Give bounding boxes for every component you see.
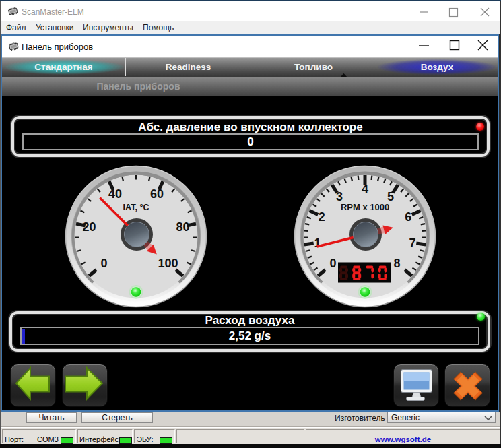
svg-text:0: 0	[100, 257, 107, 270]
svg-text:80: 80	[176, 220, 189, 234]
svg-text:20: 20	[83, 220, 96, 234]
svg-text:8: 8	[393, 257, 400, 270]
svg-text:3: 3	[336, 190, 343, 203]
svg-text:1: 1	[314, 236, 321, 250]
svg-text:40: 40	[108, 187, 122, 201]
svg-text:5: 5	[387, 190, 394, 203]
svg-text:100: 100	[158, 257, 178, 270]
svg-text:RPM x 1000: RPM x 1000	[341, 202, 389, 212]
svg-text:2: 2	[319, 210, 325, 224]
svg-text:60: 60	[150, 187, 164, 201]
svg-text:7: 7	[409, 236, 415, 250]
svg-text:0: 0	[329, 257, 336, 270]
svg-text:IAT, °C: IAT, °C	[123, 203, 149, 212]
svg-text:6: 6	[405, 210, 411, 224]
svg-text:4: 4	[362, 183, 368, 196]
